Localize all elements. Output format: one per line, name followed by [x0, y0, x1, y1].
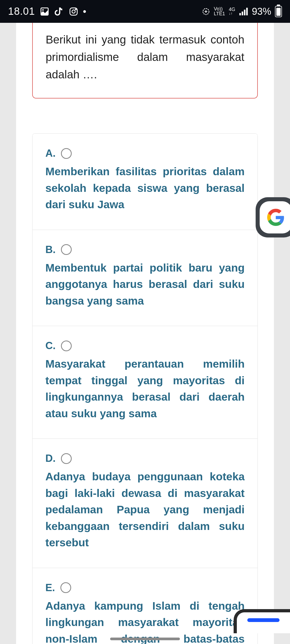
option-b[interactable]: B. Membentuk partai politik baru yang an… — [32, 230, 258, 326]
battery-percentage: 93% — [252, 6, 271, 17]
network-top: Vo)) — [214, 7, 225, 11]
data-saver-icon — [202, 8, 210, 16]
instagram-icon — [69, 7, 78, 16]
google-assistant-bubble[interactable] — [256, 197, 290, 237]
option-d[interactable]: D. Adanya budaya penggunaan koteka bagi … — [32, 439, 258, 568]
svg-rect-8 — [244, 9, 245, 15]
option-letter: C. — [45, 340, 56, 352]
radio-icon[interactable] — [61, 453, 72, 464]
nav-handle[interactable] — [110, 638, 180, 640]
svg-rect-9 — [246, 8, 248, 15]
svg-rect-7 — [242, 12, 243, 15]
status-right: Vo)) LTE1 4G ↓↑ 93% — [202, 6, 282, 17]
option-e[interactable]: E. Adanya kampung Islam di tengah lingku… — [32, 568, 258, 644]
svg-point-3 — [72, 10, 75, 13]
radio-icon[interactable] — [61, 148, 72, 159]
option-text: Adanya kampung Islam di tengah lingkunga… — [45, 598, 245, 644]
radio-icon[interactable] — [60, 582, 71, 593]
svg-rect-6 — [239, 13, 241, 15]
floating-window-bar — [247, 618, 280, 622]
option-c[interactable]: C. Masyarakat perantauan memilih tempat … — [32, 326, 258, 439]
gallery-icon — [40, 7, 49, 16]
status-left: 18.01 — [8, 6, 86, 17]
arrows-icon: ↓↑ — [229, 12, 235, 15]
question-box: Berikut ini yang tidak termasuk contoh p… — [32, 23, 258, 98]
option-letter: D. — [45, 453, 56, 464]
option-text: Membentuk partai politik baru yang anggo… — [45, 260, 245, 309]
radio-icon[interactable] — [61, 244, 72, 255]
network-bottom: LTE1 — [214, 12, 225, 16]
clock: 18.01 — [8, 6, 35, 17]
option-letter: A. — [45, 148, 56, 159]
radio-icon[interactable] — [61, 341, 72, 351]
option-letter: B. — [45, 244, 56, 255]
google-icon — [260, 201, 290, 233]
svg-point-1 — [42, 9, 44, 10]
option-letter: E. — [45, 582, 55, 594]
question-text: Berikut ini yang tidak termasuk contoh p… — [46, 31, 244, 83]
network-label: Vo)) LTE1 — [214, 7, 225, 16]
signal-icon — [239, 8, 248, 16]
content-area: Berikut ini yang tidak termasuk contoh p… — [16, 23, 274, 644]
floating-window-preview[interactable] — [234, 609, 290, 633]
battery-icon — [275, 6, 282, 17]
tiktok-icon — [54, 7, 64, 16]
option-text: Adanya budaya penggunaan koteka bagi lak… — [45, 469, 245, 551]
option-text: Memberikan fasilitas prioritas dalam sek… — [45, 163, 245, 213]
status-bar: 18.01 Vo)) LTE1 4G ↓↑ 93% — [0, 0, 290, 23]
options-list: A. Memberikan fasilitas prioritas dalam … — [32, 133, 258, 644]
option-text: Masyarakat perantauan memilih tempat tin… — [45, 356, 245, 422]
network-gen: 4G ↓↑ — [229, 7, 235, 15]
option-a[interactable]: A. Memberikan fasilitas prioritas dalam … — [32, 134, 258, 230]
svg-point-4 — [75, 9, 76, 10]
more-notifications-dot — [83, 10, 86, 13]
